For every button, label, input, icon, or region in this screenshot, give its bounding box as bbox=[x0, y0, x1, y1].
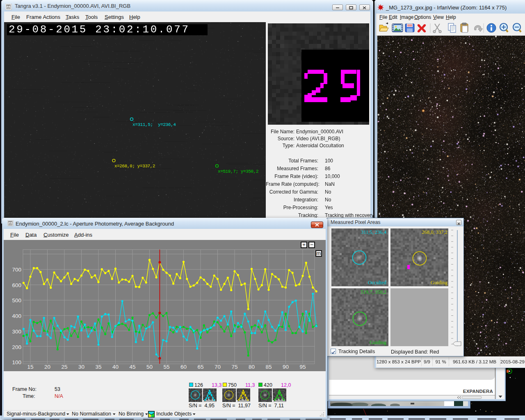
svg-text:90: 90 bbox=[283, 364, 289, 370]
svg-text:70: 70 bbox=[215, 364, 221, 370]
svg-text:65: 65 bbox=[197, 364, 203, 370]
svg-text:300: 300 bbox=[12, 329, 21, 335]
svg-text:200: 200 bbox=[12, 344, 21, 350]
svg-text:95: 95 bbox=[299, 364, 306, 370]
svg-text:600: 600 bbox=[12, 282, 21, 288]
svg-text:75: 75 bbox=[231, 364, 237, 370]
svg-text:50: 50 bbox=[146, 364, 153, 370]
svg-text:40: 40 bbox=[112, 364, 119, 370]
svg-text:60: 60 bbox=[180, 364, 187, 370]
svg-text:35: 35 bbox=[95, 364, 101, 370]
svg-text:25: 25 bbox=[61, 364, 67, 370]
svg-text:700: 700 bbox=[12, 267, 21, 273]
svg-text:85: 85 bbox=[265, 364, 272, 370]
svg-text:80: 80 bbox=[249, 364, 255, 370]
svg-text:45: 45 bbox=[129, 364, 135, 370]
svg-text:400: 400 bbox=[12, 313, 21, 319]
svg-text:20: 20 bbox=[44, 364, 50, 370]
svg-text:500: 500 bbox=[12, 297, 21, 304]
svg-text:100: 100 bbox=[12, 359, 21, 365]
svg-text:30: 30 bbox=[78, 364, 84, 370]
svg-text:55: 55 bbox=[163, 364, 169, 370]
svg-text:15: 15 bbox=[27, 364, 33, 370]
